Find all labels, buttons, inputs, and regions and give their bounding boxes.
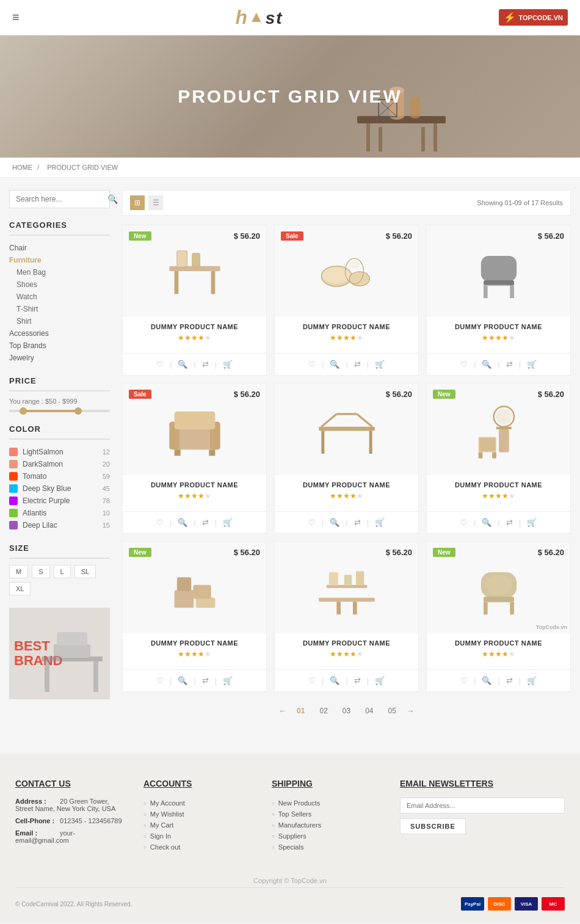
add-to-cart-button[interactable]: 🛒 <box>371 675 388 686</box>
compare-button[interactable]: ⇄ <box>350 675 364 686</box>
footer-shipping-item[interactable]: Top Sellers <box>272 809 382 820</box>
wishlist-button[interactable]: ♡ <box>305 517 319 528</box>
product-rating: ★★★★★ <box>281 492 412 500</box>
category-item[interactable]: Jewelry <box>9 352 110 364</box>
subscribe-button[interactable]: SUBSCRIBE <box>400 818 466 834</box>
size-button[interactable]: SL <box>74 565 96 578</box>
footer-shipping-item[interactable]: Manufacturers <box>272 820 382 831</box>
product-image-wrap: Sale $ 56.20 <box>123 384 266 475</box>
zoom-button[interactable]: 🔍 <box>174 358 191 370</box>
search-icon[interactable]: 🔍 <box>107 194 118 204</box>
wishlist-button[interactable]: ♡ <box>457 517 471 528</box>
email-input-wrap[interactable] <box>400 798 565 813</box>
hamburger-menu[interactable]: ≡ <box>12 10 20 24</box>
color-filter-item[interactable]: DarkSalmon 20 <box>9 458 110 470</box>
color-filter-item[interactable]: Electric Purple 78 <box>9 495 110 507</box>
compare-button[interactable]: ⇄ <box>198 675 212 686</box>
page-button[interactable]: 01 <box>292 704 310 718</box>
page-button[interactable]: 03 <box>338 704 355 718</box>
wishlist-button[interactable]: ♡ <box>153 358 167 370</box>
category-item[interactable]: Watch <box>9 291 110 303</box>
zoom-button[interactable]: 🔍 <box>326 675 343 686</box>
category-item[interactable]: Accessories <box>9 327 110 340</box>
category-item[interactable]: T-Shirt <box>9 303 110 315</box>
wishlist-button[interactable]: ♡ <box>153 675 167 686</box>
action-divider: | <box>474 360 476 369</box>
add-to-cart-button[interactable]: 🛒 <box>371 517 388 528</box>
svg-point-24 <box>322 267 351 283</box>
search-input[interactable] <box>16 195 107 203</box>
category-item[interactable]: Men Bag <box>9 266 110 278</box>
grid-view-button[interactable]: ⊞ <box>130 195 145 210</box>
page-button[interactable]: 02 <box>314 704 332 718</box>
category-item[interactable]: Chair <box>9 242 110 254</box>
color-filter-item[interactable]: Atlantis 10 <box>9 507 110 519</box>
address-label: Address : <box>15 798 58 805</box>
color-filter-item[interactable]: LightSalmon 12 <box>9 446 110 458</box>
footer-account-item[interactable]: Check out <box>143 842 253 853</box>
add-to-cart-button[interactable]: 🛒 <box>371 358 388 370</box>
size-button[interactable]: L <box>54 565 71 578</box>
page-button[interactable]: 05 <box>383 704 401 718</box>
size-button[interactable]: S <box>32 565 49 578</box>
wishlist-button[interactable]: ♡ <box>153 517 167 528</box>
pagination-next[interactable]: → <box>406 706 415 716</box>
compare-button[interactable]: ⇄ <box>198 358 212 370</box>
compare-button[interactable]: ⇄ <box>502 517 517 528</box>
compare-button[interactable]: ⇄ <box>350 517 364 528</box>
add-to-cart-button[interactable]: 🛒 <box>523 358 540 370</box>
compare-button[interactable]: ⇄ <box>502 358 517 370</box>
price-slider-thumb-right[interactable] <box>74 407 82 415</box>
compare-button[interactable]: ⇄ <box>350 358 364 370</box>
zoom-button[interactable]: 🔍 <box>478 358 495 370</box>
product-rating: ★★★★★ <box>433 333 564 342</box>
newsletter-input[interactable] <box>407 802 558 809</box>
add-to-cart-button[interactable]: 🛒 <box>523 517 540 528</box>
star-filled: ★ <box>178 492 184 500</box>
star-empty: ★ <box>509 492 515 500</box>
footer-shipping-item[interactable]: Specials <box>272 842 382 853</box>
zoom-button[interactable]: 🔍 <box>174 517 191 528</box>
zoom-button[interactable]: 🔍 <box>174 675 191 686</box>
size-button[interactable]: M <box>9 565 28 578</box>
zoom-button[interactable]: 🔍 <box>478 517 495 528</box>
compare-button[interactable]: ⇄ <box>198 517 212 528</box>
wishlist-button[interactable]: ♡ <box>305 675 319 686</box>
add-to-cart-button[interactable]: 🛒 <box>219 358 236 370</box>
footer-account-item[interactable]: My Cart <box>143 820 253 831</box>
footer-phone-row: Cell-Phone : 012345 - 123456789 <box>15 817 125 824</box>
wishlist-button[interactable]: ♡ <box>457 358 471 370</box>
footer-account-item[interactable]: Sign In <box>143 831 253 842</box>
zoom-button[interactable]: 🔍 <box>326 517 343 528</box>
add-to-cart-button[interactable]: 🛒 <box>219 517 236 528</box>
footer-shipping-item[interactable]: New Products <box>272 798 382 809</box>
add-to-cart-button[interactable]: 🛒 <box>219 675 236 686</box>
pagination-prev[interactable]: ← <box>278 706 287 716</box>
footer-account-item[interactable]: My Account <box>143 798 253 809</box>
add-to-cart-button[interactable]: 🛒 <box>523 675 540 686</box>
category-item[interactable]: Top Brands <box>9 340 110 352</box>
color-filter-item[interactable]: Deep Sky Blue 45 <box>9 482 110 495</box>
wishlist-button[interactable]: ♡ <box>305 358 319 370</box>
zoom-button[interactable]: 🔍 <box>326 358 343 370</box>
price-slider-track[interactable] <box>9 410 110 412</box>
color-filter-item[interactable]: Deep Lilac 15 <box>9 519 110 531</box>
star-filled: ★ <box>488 333 495 342</box>
category-item[interactable]: Shoes <box>9 278 110 291</box>
page-button[interactable]: 04 <box>360 704 378 718</box>
zoom-button[interactable]: 🔍 <box>478 675 495 686</box>
footer-shipping-item[interactable]: Suppliers <box>272 831 382 842</box>
category-item[interactable]: Furniture <box>9 254 110 266</box>
size-button[interactable]: XL <box>9 582 31 595</box>
list-view-button[interactable]: ☰ <box>148 195 163 210</box>
wishlist-button[interactable]: ♡ <box>457 675 471 686</box>
watermark: TopCode.vn <box>536 624 567 630</box>
breadcrumb-home[interactable]: HOME <box>12 164 32 171</box>
price-slider-thumb-left[interactable] <box>20 407 27 415</box>
color-filter-item[interactable]: Tomato 59 <box>9 470 110 482</box>
svg-rect-9 <box>410 96 420 116</box>
category-item[interactable]: Shirt <box>9 315 110 327</box>
compare-button[interactable]: ⇄ <box>502 675 517 686</box>
search-box[interactable]: 🔍 <box>9 190 110 208</box>
footer-account-item[interactable]: My Wishlist <box>143 809 253 820</box>
